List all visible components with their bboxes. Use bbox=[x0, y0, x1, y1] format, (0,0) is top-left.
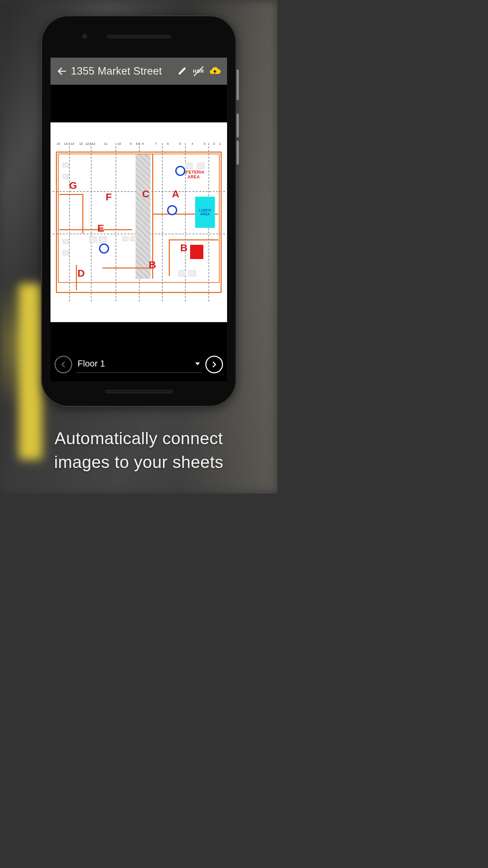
plan-fixture bbox=[63, 163, 69, 167]
grid-tick: 8 bbox=[142, 142, 144, 145]
plan-wall bbox=[82, 194, 83, 234]
app-screen: 1355 Market Street HDR bbox=[50, 58, 227, 381]
plan-fixture bbox=[185, 163, 192, 169]
svg-line-0 bbox=[194, 66, 203, 76]
plan-fixture bbox=[197, 163, 204, 169]
grid-tick: 12 bbox=[92, 142, 95, 145]
pencil-icon bbox=[178, 66, 187, 76]
arrow-left-icon bbox=[57, 66, 67, 77]
plan-fixture bbox=[179, 270, 186, 276]
zone-label-g: G bbox=[69, 180, 77, 191]
zone-label-f: F bbox=[106, 191, 112, 203]
plan-fixture bbox=[188, 270, 196, 276]
phone-camera-dot bbox=[82, 34, 87, 39]
plan-inner: LUNCH AREA G F E D C A B B AFETERIA AREA bbox=[56, 152, 222, 293]
edit-button[interactable] bbox=[175, 64, 190, 79]
floor-plan-sheet[interactable]: 15 14.3 14 13 12.6 12 11 10 9 8.5 8 7 6 … bbox=[50, 122, 227, 322]
grid-tick: 4 bbox=[191, 142, 193, 145]
previous-sheet-button[interactable] bbox=[55, 356, 72, 373]
grid-tick: 10 bbox=[118, 142, 121, 145]
app-bar: 1355 Market Street HDR bbox=[50, 58, 227, 85]
back-button[interactable] bbox=[55, 64, 69, 78]
plan-wall bbox=[59, 194, 82, 195]
plan-wall bbox=[102, 268, 152, 269]
chevron-down-icon bbox=[195, 362, 200, 365]
next-sheet-button[interactable] bbox=[205, 356, 223, 373]
plan-wall bbox=[76, 265, 77, 290]
grid-tick: 1 bbox=[219, 142, 221, 145]
plan-marker[interactable] bbox=[175, 166, 185, 176]
slash-icon bbox=[192, 64, 205, 78]
plan-viewer[interactable]: 15 14.3 14 13 12.6 12 11 10 9 8.5 8 7 6 … bbox=[50, 85, 227, 354]
plan-fixture bbox=[122, 236, 128, 241]
phone-side-button bbox=[237, 114, 239, 137]
caption-line-1: Automatically connect bbox=[55, 429, 223, 448]
upload-button[interactable] bbox=[207, 64, 222, 79]
plan-marker[interactable] bbox=[167, 205, 177, 215]
lunch-area-label: LUNCH AREA bbox=[195, 209, 215, 216]
grid-tick: 8.5 bbox=[136, 142, 140, 145]
floor-selector[interactable]: Floor 1 bbox=[76, 356, 202, 373]
plan-wall bbox=[169, 239, 219, 240]
plan-fixture bbox=[99, 236, 106, 242]
grid-tick: 14 bbox=[71, 142, 74, 145]
page-title: 1355 Market Street bbox=[71, 65, 162, 77]
lunch-area-box: LUNCH AREA bbox=[195, 197, 215, 228]
plan-fixture bbox=[63, 174, 69, 179]
zone-label-e: E bbox=[97, 222, 104, 234]
plan-wall bbox=[169, 239, 170, 276]
plan-fixture bbox=[63, 239, 69, 244]
caption-line-2: images to your sheets bbox=[54, 453, 224, 472]
chevron-left-icon bbox=[59, 360, 67, 369]
grid-tick: 6 bbox=[167, 142, 169, 145]
cafeteria-label: AFETERIA AREA bbox=[182, 170, 206, 179]
zone-label-d: D bbox=[78, 268, 85, 279]
grid-tick: 3 bbox=[204, 142, 205, 145]
grid-tick: 11 bbox=[104, 142, 107, 145]
promo-caption: Automatically connect images to your she… bbox=[0, 427, 278, 474]
phone-mockup: 1355 Market Street HDR bbox=[41, 15, 237, 407]
hdr-toggle-button[interactable]: HDR bbox=[191, 64, 206, 79]
grid-tick: 5 bbox=[179, 142, 181, 145]
grid-tick: 2 bbox=[213, 142, 215, 145]
grid-tick: 9 bbox=[130, 142, 131, 145]
zone-label-a: A bbox=[172, 188, 179, 200]
plan-corridor bbox=[136, 154, 150, 279]
plan-fixture bbox=[89, 236, 97, 242]
red-highlight-box bbox=[190, 245, 203, 259]
phone-speaker bbox=[107, 35, 171, 38]
zone-label-b2: B bbox=[149, 259, 156, 271]
floor-selector-value: Floor 1 bbox=[78, 358, 105, 369]
grid-tick: 7 bbox=[155, 142, 157, 145]
plan-fixture bbox=[63, 251, 69, 255]
zone-label-c: C bbox=[142, 188, 149, 200]
plan-marker[interactable] bbox=[99, 243, 109, 254]
plan-fixture bbox=[130, 236, 137, 241]
grid-tick: 15 bbox=[57, 142, 60, 145]
plan-wall bbox=[59, 229, 132, 230]
chevron-right-icon bbox=[210, 360, 218, 369]
phone-bottom-speaker bbox=[105, 390, 173, 393]
phone-side-button bbox=[237, 70, 239, 100]
grid-tick: 13 bbox=[79, 142, 83, 145]
zone-label-b: B bbox=[180, 242, 188, 254]
bottom-bar: Floor 1 bbox=[50, 348, 227, 381]
phone-side-button bbox=[237, 141, 239, 164]
cloud-upload-icon bbox=[209, 66, 221, 76]
